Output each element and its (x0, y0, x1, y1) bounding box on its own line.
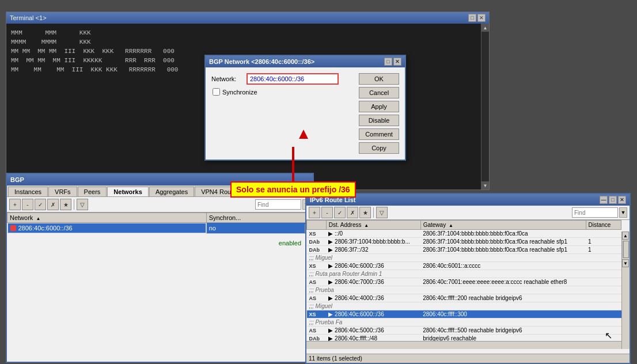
apply-button[interactable]: Apply (359, 101, 399, 112)
table-row[interactable]: DAb ▶ 2806:3f7::/32 2806:3f7:1004:bbbb:b… (307, 246, 621, 254)
terminal-title: Terminal <1> (10, 14, 47, 21)
dialog-title: BGP Network <2806:40c:6000::/36> (209, 58, 314, 65)
ok-button[interactable]: OK (359, 73, 399, 85)
bgp-title: BGP (10, 176, 24, 183)
ipv6-star-btn[interactable]: ★ (359, 207, 371, 218)
ipv6-scroll-up[interactable]: ▲ (622, 232, 629, 240)
ipv6-horizontal-scrollbar[interactable] (306, 341, 621, 349)
table-row-comment: ;;; Miguel (307, 302, 621, 310)
terminal-window-controls: □ ✕ (468, 14, 486, 22)
table-row[interactable]: 2806:40c:6000::/36 no (7, 223, 313, 234)
synchronize-checkbox-group: Synchronize (213, 88, 354, 96)
term-line-2: MMMM MMMM KKK (11, 37, 484, 47)
dialog-titlebar: BGP Network <2806:40c:6000::/36> □ ✕ (206, 56, 405, 67)
bgp-window: BGP Instances VRFs Peers Networks Aggreg… (6, 173, 314, 363)
sync-cell: no (206, 223, 312, 234)
ipv6-table-area: Dst. Address ▲ Gateway ▲ Distance XS ▶ :… (306, 220, 630, 358)
ipv6-scroll-track[interactable] (622, 241, 630, 258)
toolbar-separator (74, 199, 74, 210)
col-gateway: Gateway ▲ (420, 221, 586, 230)
ipv6-toolbar: + - ✓ ✗ ★ ▽ ▼ (306, 206, 630, 220)
ipv6-filter-btn[interactable]: ▽ (376, 207, 388, 218)
annotation: Solo se anuncia un prefijo /36 (230, 147, 356, 198)
ipv6-find-dropdown[interactable]: ▼ (619, 207, 627, 218)
table-row-comment: ;;; Prueba Fa (307, 318, 621, 327)
arrow-head (299, 130, 308, 139)
ipv6-maximize-btn[interactable]: □ (609, 196, 617, 204)
ipv6-close-btn[interactable]: ✕ (618, 196, 626, 204)
col-header-network: Network ▲ (7, 213, 207, 223)
table-row[interactable]: AS ▶ 2806:40c:4000::/36 2806:40c:ffff::2… (307, 294, 621, 302)
table-row[interactable]: XS ▶ ::/0 2806:3f7:1004:bbbb:bbbb:bbbb:f… (307, 230, 621, 238)
ipv6-scroll-down[interactable]: ▼ (622, 259, 629, 267)
bgp-add-btn[interactable]: + (9, 199, 21, 210)
table-row-comment: ;;; Miguel (307, 254, 621, 262)
terminal-titlebar: Terminal <1> □ ✕ (6, 12, 489, 24)
dialog-maximize-btn[interactable]: □ (384, 58, 392, 66)
bgp-network-dialog: BGP Network <2806:40c:6000::/36> □ ✕ Net… (204, 55, 406, 161)
table-row-selected[interactable]: XS ▶ 2806:40c:6000::/36 2806:40c:ffff::3… (307, 310, 621, 318)
table-row[interactable]: AS ▶ 2806:40c:7000::/36 2806:40c:7001:ee… (307, 278, 621, 286)
network-cell: 2806:40c:6000::/36 (7, 223, 206, 233)
cancel-button[interactable]: Cancel (359, 87, 399, 98)
col-tag (307, 221, 327, 230)
table-row-comment: ;;; Ruta para Router Admin 1 (307, 270, 621, 278)
tab-peers[interactable]: Peers (78, 187, 107, 196)
tab-networks[interactable]: Networks (107, 187, 149, 196)
terminal-close-btn[interactable]: ✕ (477, 14, 486, 22)
terminal-scroll-up-btn[interactable]: ▲ (481, 24, 489, 32)
table-row[interactable]: DAb ▶ 2806:3f7:1004:bbbb:bbbb:b... 2806:… (307, 238, 621, 246)
dialog-buttons: OK Cancel Apply Disable Comment Copy (359, 73, 399, 154)
ipv6-toolbar-sep (373, 207, 374, 218)
dialog-left: Network: Synchronize (211, 73, 354, 154)
bgp-star-btn[interactable]: ★ (60, 199, 71, 210)
arrow-line (292, 147, 294, 181)
copy-button[interactable]: Copy (359, 142, 399, 154)
ipv6-minimize-btn[interactable]: — (600, 196, 608, 204)
ipv6-scroll-thumb[interactable] (623, 241, 629, 258)
annotation-container: Solo se anuncia un prefijo /36 (230, 147, 356, 198)
ipv6-find-input[interactable] (572, 207, 618, 218)
synchronize-label: Synchronize (222, 89, 257, 96)
ipv6-route-table: Dst. Address ▲ Gateway ▲ Distance XS ▶ :… (306, 220, 621, 343)
col-header-synchronize: Synchron... (206, 213, 312, 223)
bgp-find-input[interactable] (255, 199, 301, 210)
tab-instances[interactable]: Instances (8, 187, 48, 196)
ipv6-cross-btn[interactable]: ✗ (347, 207, 358, 218)
dialog-body: Network: Synchronize OK Cancel Apply Dis… (206, 67, 405, 160)
ipv6-remove-btn[interactable]: - (321, 207, 333, 218)
network-field: Network: (211, 73, 354, 85)
disable-button[interactable]: Disable (359, 115, 399, 126)
tab-vrfs[interactable]: VRFs (48, 187, 77, 196)
bgp-check-btn[interactable]: ✓ (35, 199, 46, 210)
table-row[interactable]: AS ▶ 2806:40c:5000::/36 2806:40c:ffff::5… (307, 327, 621, 335)
ipv6-scrollbar[interactable]: ▲ ▼ (621, 232, 630, 349)
ipv6-controls: — □ ✕ (600, 196, 626, 204)
tab-aggregates[interactable]: Aggregates (149, 187, 194, 196)
ipv6-statusbar: 11 items (1 selected) (306, 354, 630, 363)
comment-button[interactable]: Comment (359, 128, 399, 140)
bgp-filter-btn[interactable]: ▽ (77, 199, 88, 210)
bgp-network-table: Network ▲ Synchron... 2806:40c:6000::/36… (7, 213, 313, 234)
dialog-close-btn[interactable]: ✕ (393, 58, 401, 66)
terminal-scrollbar[interactable]: ▲ ▼ (481, 24, 489, 189)
col-dst-address: Dst. Address ▲ (326, 221, 420, 230)
synchronize-checkbox[interactable] (213, 88, 220, 96)
network-input[interactable] (247, 73, 339, 85)
annotation-text: Solo se anuncia un prefijo /36 (230, 181, 356, 198)
arrow-triangle (299, 130, 308, 139)
col-distance: Distance (586, 221, 621, 230)
bgp-cross-btn[interactable]: ✗ (47, 199, 59, 210)
term-line-1: MMM MMM KKK (11, 28, 484, 37)
network-label: Network: (211, 75, 243, 82)
bgp-remove-btn[interactable]: - (22, 199, 33, 210)
ipv6-status-text: 11 items (1 selected) (309, 355, 362, 362)
terminal-scroll-down-btn[interactable]: ▼ (481, 181, 489, 189)
ipv6-check-btn[interactable]: ✓ (334, 207, 346, 218)
table-row[interactable]: XS ▶ 2806:40c:6000::/36 2806:40c:6001::a… (307, 262, 621, 270)
ipv6-add-btn[interactable]: + (309, 207, 320, 218)
bgp-table-area: Network ▲ Synchron... 2806:40c:6000::/36… (7, 213, 313, 234)
terminal-maximize-btn[interactable]: □ (468, 14, 476, 22)
dialog-controls: □ ✕ (384, 58, 401, 66)
ipv6-table-body: XS ▶ ::/0 2806:3f7:1004:bbbb:bbbb:bbbb:f… (307, 230, 621, 343)
